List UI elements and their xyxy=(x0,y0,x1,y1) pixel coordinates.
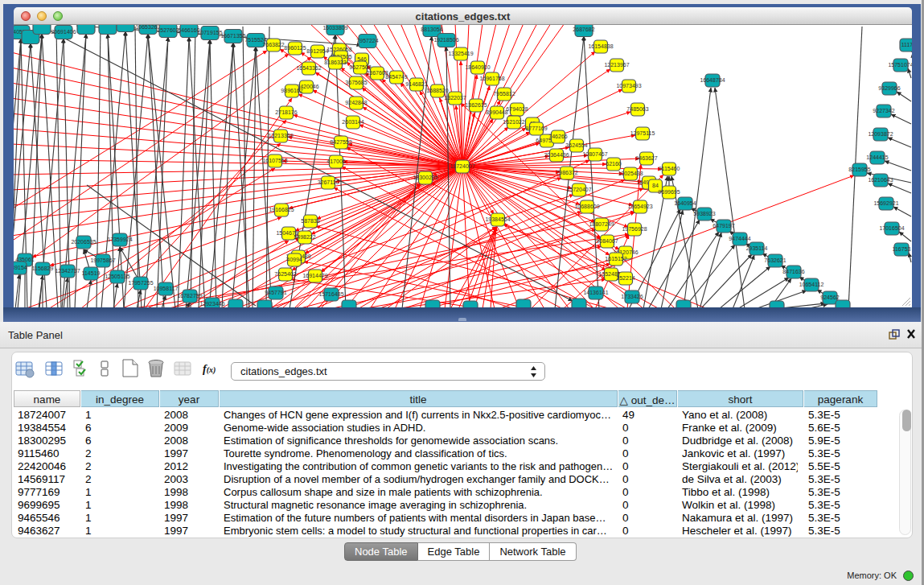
svg-text:2718176: 2718176 xyxy=(275,109,297,115)
svg-text:15692921: 15692921 xyxy=(873,200,898,206)
svg-text:10807467: 10807467 xyxy=(582,151,607,157)
svg-text:16107553: 16107553 xyxy=(262,158,287,163)
svg-text:9777169: 9777169 xyxy=(525,126,547,131)
svg-text:114519: 114519 xyxy=(82,270,101,276)
svg-text:16961758: 16961758 xyxy=(479,76,504,81)
svg-text:20206535: 20206535 xyxy=(71,239,96,245)
svg-text:1322037: 1322037 xyxy=(444,95,466,101)
svg-text:417006: 417006 xyxy=(326,159,345,164)
svg-text:1640954: 1640954 xyxy=(674,200,696,206)
svg-text:17359924: 17359924 xyxy=(107,237,132,242)
svg-text:15716485: 15716485 xyxy=(318,291,343,297)
svg-text:7485063: 7485063 xyxy=(626,106,648,112)
svg-text:20691406: 20691406 xyxy=(51,29,76,35)
svg-text:8427552: 8427552 xyxy=(330,139,351,145)
svg-text:16914479: 16914479 xyxy=(302,273,327,278)
svg-text:84: 84 xyxy=(652,183,659,188)
svg-text:1117: 1117 xyxy=(901,42,912,47)
svg-text:19166825: 19166825 xyxy=(269,207,294,212)
svg-text:14136141: 14136141 xyxy=(583,290,608,295)
svg-text:1527602: 1527602 xyxy=(157,27,179,33)
svg-text:18640910: 18640910 xyxy=(465,64,490,70)
svg-text:16671355: 16671355 xyxy=(220,33,245,39)
svg-text:1362615: 1362615 xyxy=(465,102,487,108)
svg-text:3624554: 3624554 xyxy=(565,142,587,148)
svg-text:587833: 587833 xyxy=(301,218,319,224)
svg-text:10958117: 10958117 xyxy=(154,286,179,291)
svg-text:12093872: 12093872 xyxy=(868,131,893,137)
svg-text:9699695: 9699695 xyxy=(658,189,680,195)
svg-text:7955812: 7955812 xyxy=(493,91,515,97)
svg-text:12213369: 12213369 xyxy=(268,133,293,138)
svg-text:9463627: 9463627 xyxy=(635,155,657,161)
svg-text:252214: 252214 xyxy=(616,275,634,281)
svg-text:9242848: 9242848 xyxy=(345,100,367,105)
svg-text:5498222: 5498222 xyxy=(294,234,315,240)
svg-text:17957255: 17957255 xyxy=(128,280,153,286)
svg-text:39154: 39154 xyxy=(14,265,27,270)
svg-text:9329966: 9329966 xyxy=(878,85,900,91)
svg-text:8960125: 8960125 xyxy=(284,45,306,51)
svg-text:924562: 924562 xyxy=(820,295,839,300)
svg-text:7957224: 7957224 xyxy=(356,38,378,43)
svg-text:1244415: 1244415 xyxy=(866,154,888,160)
svg-text:5938923: 5938923 xyxy=(693,211,715,216)
svg-text:16648784: 16648784 xyxy=(700,77,725,83)
svg-text:8813054: 8813054 xyxy=(421,27,442,32)
svg-text:12213967: 12213967 xyxy=(604,62,629,68)
svg-text:10654112: 10654112 xyxy=(799,282,824,287)
svg-text:1621022: 1621022 xyxy=(503,119,524,125)
svg-text:8990448: 8990448 xyxy=(486,109,507,115)
svg-text:15720407: 15720407 xyxy=(566,187,591,192)
svg-text:f(x): f(x) xyxy=(203,363,216,375)
svg-text:2935114: 2935114 xyxy=(746,245,768,251)
svg-text:40994: 40994 xyxy=(286,257,302,262)
svg-text:7986372: 7986372 xyxy=(556,170,577,175)
svg-text:10025438: 10025438 xyxy=(618,171,643,176)
svg-text:16154838: 16154838 xyxy=(588,43,613,49)
svg-text:9896162: 9896162 xyxy=(281,88,302,93)
svg-text:19975867: 19975867 xyxy=(90,257,115,263)
svg-text:8912954: 8912954 xyxy=(306,48,328,54)
svg-text:9457791: 9457791 xyxy=(265,290,286,295)
svg-text:6794028: 6794028 xyxy=(506,106,528,112)
svg-text:15751074: 15751074 xyxy=(888,62,912,68)
svg-text:9084067: 9084067 xyxy=(596,238,618,244)
svg-text:18300295: 18300295 xyxy=(413,175,437,180)
svg-text:12342737: 12342737 xyxy=(55,268,80,274)
svg-text:1615152: 1615152 xyxy=(605,256,626,262)
svg-text:9227342: 9227342 xyxy=(873,108,894,113)
svg-text:12923446: 12923446 xyxy=(199,301,224,307)
svg-text:16782759: 16782759 xyxy=(177,293,202,299)
svg-text:20364436: 20364436 xyxy=(544,152,569,158)
svg-text:746266: 746266 xyxy=(548,134,567,139)
svg-text:18724007: 18724007 xyxy=(450,163,474,169)
svg-text:13325419: 13325419 xyxy=(448,51,473,56)
svg-text:6479197: 6479197 xyxy=(713,223,734,229)
svg-text:16543362: 16543362 xyxy=(296,65,321,71)
svg-text:10719155: 10719155 xyxy=(197,30,222,35)
svg-text:7663822: 7663822 xyxy=(262,42,284,47)
svg-text:3267110: 3267110 xyxy=(318,179,339,185)
svg-text:19218506: 19218506 xyxy=(433,37,458,43)
svg-text:19756928: 19756928 xyxy=(622,226,647,232)
svg-text:9146821: 9146821 xyxy=(405,81,427,87)
svg-text:19654923: 19654923 xyxy=(627,204,652,209)
svg-text:9115460: 9115460 xyxy=(659,166,680,171)
svg-text:7625402: 7625402 xyxy=(274,271,296,277)
svg-text:12975115: 12975115 xyxy=(630,130,655,136)
svg-text:7632621: 7632621 xyxy=(764,257,786,263)
svg-text:19384554: 19384554 xyxy=(485,216,510,222)
svg-text:1588520: 1588520 xyxy=(426,88,448,93)
svg-text:16210643: 16210643 xyxy=(868,177,893,183)
svg-text:10688609: 10688609 xyxy=(574,204,599,209)
svg-text:8471636: 8471636 xyxy=(782,269,804,274)
svg-text:2687682: 2687682 xyxy=(573,27,594,32)
svg-text:10973493: 10973493 xyxy=(616,83,641,89)
svg-text:2603144: 2603144 xyxy=(342,119,363,125)
svg-text:8215955: 8215955 xyxy=(848,167,870,172)
svg-text:9527508: 9527508 xyxy=(349,64,371,70)
svg-text:18807249: 18807249 xyxy=(589,221,614,227)
svg-text:3675685: 3675685 xyxy=(345,80,367,85)
svg-text:17016504: 17016504 xyxy=(879,225,904,231)
